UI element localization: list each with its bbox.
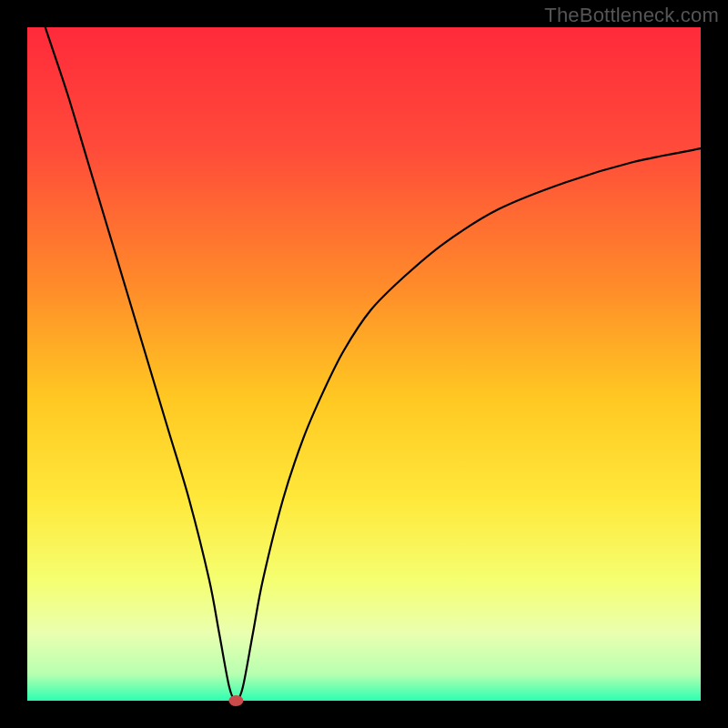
watermark-text: TheBottleneck.com [544, 4, 719, 27]
minimum-marker [228, 695, 243, 706]
chart-frame: TheBottleneck.com [0, 0, 728, 728]
plot-background [27, 27, 701, 701]
chart-svg [0, 0, 728, 728]
